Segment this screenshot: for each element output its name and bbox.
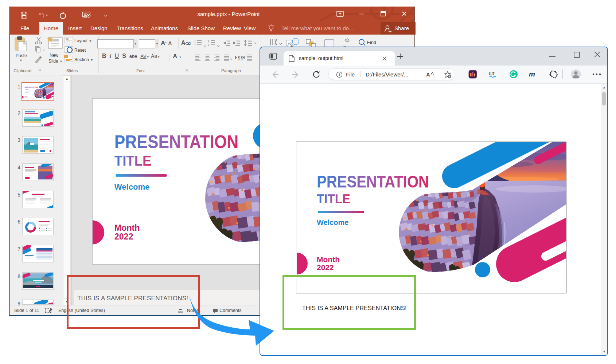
- svg-text:LT: LT: [489, 71, 495, 76]
- svg-text:A: A: [426, 71, 430, 78]
- svg-text:m: m: [529, 70, 535, 78]
- svg-text:1: 1: [208, 40, 209, 42]
- svg-text:2: 2: [208, 44, 209, 46]
- svg-text:Find: Find: [367, 40, 376, 45]
- svg-text:¶: ¶: [241, 56, 243, 61]
- svg-text:¶: ¶: [238, 56, 240, 61]
